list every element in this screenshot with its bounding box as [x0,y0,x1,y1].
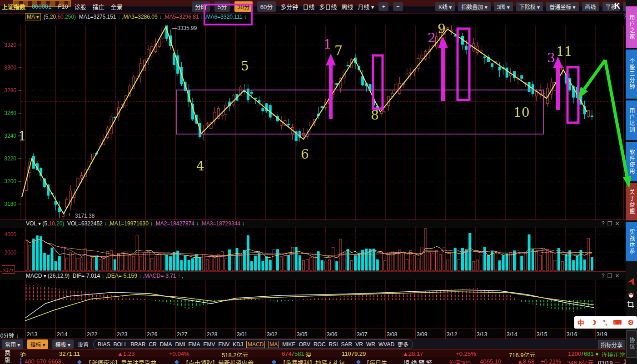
date-tick [85,329,86,339]
indicator-OBV[interactable]: OBV [299,341,310,348]
option-K线[interactable]: K线 ▾ [435,2,455,11]
period-周线[interactable]: 周线 [341,2,353,11]
sidebar-item-用户培训[interactable]: 用户培训 [626,100,637,140]
indicator-EMV[interactable]: EMV [204,341,215,348]
indicator-更多[interactable]: 更多 [398,340,408,348]
sidebar-item-用户之家[interactable]: 用户之家 [626,6,637,48]
maximize-icon[interactable]: ❐ [607,220,612,227]
menu-设置[interactable]: 设置 [78,340,89,348]
macd-values: MACD ▾ (26,12,9) DIF=-7.014 ↓ ,DEA=-5.15… [26,273,184,279]
option-指数叠加[interactable]: 指数叠加 ▾ [458,2,490,11]
date-label-3/14: 3/14 [507,331,517,338]
app-logo-K[interactable]: K [614,1,620,11]
indicator-CR[interactable]: CR [149,341,156,348]
megaphone-icon[interactable] [627,277,636,286]
volume-window-controls[interactable]: ?❐✕ [599,220,620,227]
indicator-WR[interactable]: WR [366,341,375,348]
period-60分[interactable]: 60分 [257,1,276,12]
indicator-DMA[interactable]: DMA [160,341,172,348]
menu-模板[interactable]: 模板 ▾ [52,339,74,349]
option-普通坐标[interactable]: 普通坐标 ▾ [546,2,578,11]
period-−[interactable]: − [393,2,403,11]
indicator-VR[interactable]: VR [355,341,363,348]
close-icon[interactable]: ✕ [615,220,619,227]
ime-moon-icon[interactable]: ☽ [590,319,596,327]
period-多分钟[interactable]: 多分钟 [280,2,298,11]
status-【免费福利】抄底大礼包[interactable]: 【免费福利】抄底大礼包 [280,358,345,364]
indicator-SAR[interactable]: SAR [341,341,353,348]
date-label-3/12: 3/12 [447,331,457,338]
nav-item-上证指数[interactable]: 上证指数 [2,2,25,11]
period-多日线[interactable]: 多日线 [319,2,337,11]
maximize-icon[interactable]: ❐ [607,273,612,279]
sidebar-item-label: 用户之家 [628,8,634,47]
date-label-3/15: 3/15 [537,331,547,338]
date-tick [175,329,176,339]
indicator-ENV[interactable]: ENV [219,341,230,348]
indicator-KDJ[interactable]: KDJ [233,341,243,348]
value-segment: ,MA3=3286.09 [120,14,159,20]
ime-keyboard-icon[interactable]: ⌨ [613,319,622,326]
period-+[interactable]: + [378,2,388,11]
indicator-DMI[interactable]: DMI [175,341,185,348]
indicator-EMA[interactable]: EMA [189,341,200,348]
date-label-2/26: 2/26 [147,331,157,338]
volume-chart[interactable]: 40002000 [0,227,626,271]
ime-punctuation-icon[interactable]: °, [602,319,607,326]
crop-icon[interactable] [627,300,635,309]
macd-chart[interactable] [0,279,626,329]
qq-icon[interactable] [627,289,636,299]
period-5分[interactable]: 5分 [214,1,230,12]
nav-item-诊股[interactable]: 诊股 [75,2,86,11]
period-分时[interactable]: 分时 [192,1,210,12]
indicator-ROC[interactable]: ROC [314,341,326,348]
nav-item-000001[interactable]: 000001 [32,3,51,10]
menu-常用[interactable]: 常用 ▾ [2,339,23,349]
period-月线 ▾[interactable]: 月线 ▾ [358,2,374,11]
status-【点击领取】最新投资内参[interactable]: 【点击领取】最新投资内参 [183,358,254,364]
nav-item-全景[interactable]: 全景 [111,2,123,11]
value-segment: , [180,273,184,279]
option-下除权[interactable]: 下除权 ▾ [516,2,543,11]
main-candlestick-chart[interactable]: 33203300328032603240322032003180—3335.99… [0,25,626,219]
option-3图[interactable]: 3图 ▾ [494,2,513,11]
sidebar-item-关于益盟[interactable]: 关于益盟 [626,183,637,220]
date-tick [205,329,206,339]
indicator-BRAR[interactable]: BRAR [130,341,145,348]
indicator-menus: 常用 ▾指标 ▾模板 ▾设置 [2,339,89,349]
help-icon[interactable]: ? [602,273,605,279]
status-【涨停速递】早关注早受益[interactable]: 【涨停速递】早关注早受益 [85,358,156,364]
indicator-WVAD[interactable]: WVAD [378,341,394,348]
date-tick [145,329,146,339]
indicator-MA[interactable]: MA [268,341,279,348]
ime-chinese-icon[interactable]: 中 [577,318,584,327]
indicator-BOLL[interactable]: BOLL [113,341,127,348]
status-681: 681 [584,350,594,357]
indicator-MIKE[interactable]: MIKE [282,341,295,348]
indicator-BIAS[interactable]: BIAS [98,341,110,348]
ma-dropdown[interactable]: MA ▾ [25,13,41,20]
svg-text:4000: 4000 [4,231,16,238]
sidebar-item-软件使用[interactable]: 软件使用 [626,142,637,181]
nav-item-F10[interactable]: F10 [58,3,68,10]
indicator-MACD[interactable]: MACD [246,341,265,348]
sidebar-item-个股三分钟[interactable]: 个股三分钟 [626,50,637,99]
menu-指标[interactable]: 指标 ▾ [27,339,48,349]
date-tick [415,329,416,339]
status-【每日生[interactable]: 【每日生 [363,358,387,364]
macd-window-controls[interactable]: ?❐✕ [599,273,620,279]
ime-gear-icon[interactable]: ⚙ [628,319,634,327]
option-画线[interactable]: 画线 [582,2,599,11]
period-30分[interactable]: 30分 [234,1,252,12]
value-segment: ,MA2=18427874 [153,220,196,227]
indicator-RSI[interactable]: RSI [329,341,338,348]
value-segment: DIF=-7.014 [70,273,101,279]
period-日线[interactable]: 日线 [303,2,314,11]
indicator-share-button[interactable]: 指标分享 [598,340,625,349]
sidebar-item-实战体系[interactable]: 实战体系 [626,222,637,261]
agreement-button[interactable]: 协议 [626,330,637,358]
close-icon[interactable]: ✕ [615,273,619,279]
nav-item-擂庄[interactable]: 擂庄 [93,2,105,11]
help-icon[interactable]: ? [602,220,605,227]
value-segment: ,250) [64,14,76,20]
